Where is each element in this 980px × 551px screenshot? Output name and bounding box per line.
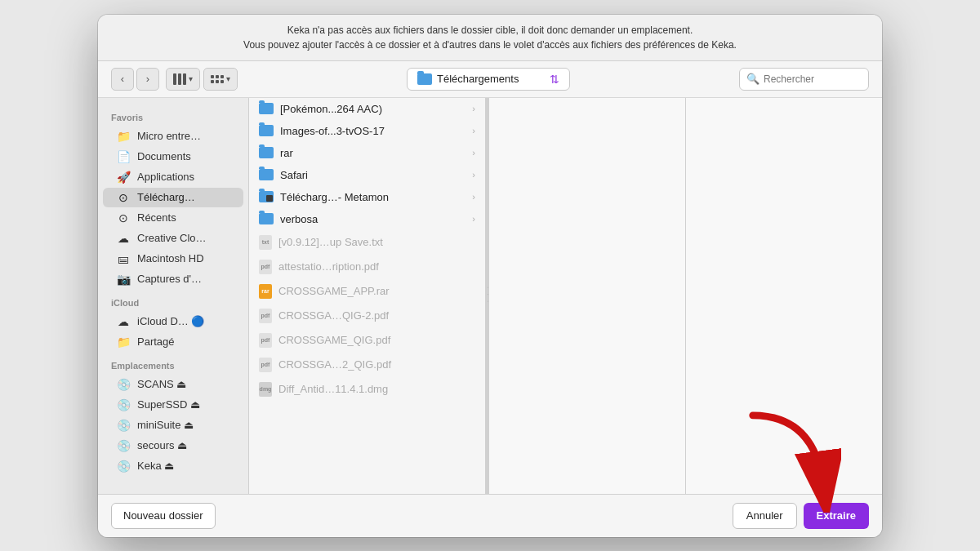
chevron-right-icon: › (472, 170, 475, 180)
cancel-button[interactable]: Annuler (733, 503, 797, 529)
location-bar: Téléchargements ⇅ (244, 68, 733, 91)
folder-icon (259, 147, 274, 158)
sidebar-item-telechargements[interactable]: ⊙ Télécharg… (103, 188, 243, 207)
file-name: CROSSGAME_APP.rar (278, 285, 475, 297)
chevron-right-icon: › (472, 148, 475, 158)
sidebar-item-label: iCloud D… 🔵 (137, 315, 204, 327)
bottom-bar: Nouveau dossier Annuler Extraire (98, 494, 882, 537)
sidebar-item-label: Documents (137, 150, 191, 162)
file-name: Télécharg…- Metamon (280, 191, 466, 203)
sidebar-item-recents[interactable]: ⊙ Récents (103, 208, 243, 228)
list-item[interactable]: Safari › (249, 164, 485, 186)
sidebar-item-label: Récents (137, 211, 176, 224)
txt-file-icon: txt (259, 235, 272, 250)
sidebar-item-label: Captures d'… (137, 273, 202, 285)
sidebar-item-documents[interactable]: 📄 Documents (103, 147, 243, 167)
new-folder-button[interactable]: Nouveau dossier (111, 503, 216, 529)
sidebar-item-label: Applications (137, 171, 194, 183)
list-item[interactable]: pdf CROSSGA…QIG-2.pdf (249, 304, 485, 328)
grid-view-icon (211, 75, 224, 83)
sidebar-item-macintosh-hd[interactable]: 🖴 Macintosh HD (103, 249, 243, 269)
sidebar-item-label: Macintosh HD (137, 252, 204, 264)
sidebar-item-icloud-drive[interactable]: ☁ iCloud D… 🔵 (103, 312, 243, 331)
location-label: Téléchargements (437, 73, 519, 85)
column-view-icon (173, 73, 186, 85)
list-item[interactable]: Images-of...3-tvOS-17 › (249, 120, 485, 142)
forward-button[interactable]: › (136, 68, 159, 91)
location-pill[interactable]: Téléchargements ⇅ (407, 68, 570, 91)
document-icon: 📄 (116, 150, 131, 163)
chevron-down-icon2: ▾ (226, 74, 230, 83)
file-area: [Pokémon...264 AAC) › Images-of...3-tvOS… (249, 98, 882, 494)
icloud-label: iCloud (98, 290, 248, 311)
download-icon: ⊙ (116, 191, 131, 204)
list-item[interactable]: rar › (249, 142, 485, 164)
chevron-down-icon: ▾ (189, 74, 193, 83)
sidebar-item-micro-entre[interactable]: 📁 Micro entre… (103, 127, 243, 146)
sidebar-item-superSSD[interactable]: 💿 SuperSSD ⏏ (103, 395, 243, 415)
file-name: [v0.9.12]…up Save.txt (278, 236, 475, 248)
list-item[interactable]: pdf CROSSGA…2_QIG.pdf (249, 353, 485, 377)
chevron-right-icon: › (472, 104, 475, 113)
extract-button[interactable]: Extraire (804, 503, 869, 529)
location-stepper-icon: ⇅ (550, 73, 559, 86)
sidebar-item-label: Télécharg… (137, 191, 195, 203)
file-name: rar (280, 147, 466, 159)
file-name: CROSSGA…QIG-2.pdf (278, 309, 475, 322)
emplacements-label: Emplacements (98, 353, 248, 374)
pdf-file-icon: pdf (259, 260, 272, 274)
cloud-icon: ☁ (116, 232, 131, 245)
message-bar: Keka n'a pas accès aux fichiers dans le … (98, 15, 882, 61)
list-item[interactable]: txt [v0.9.12]…up Save.txt (249, 230, 485, 255)
sidebar-item-keka[interactable]: 💿 Keka ⏏ (103, 456, 243, 476)
list-item[interactable]: [Pokémon...264 AAC) › (249, 98, 485, 120)
chevron-right-icon: › (472, 192, 475, 202)
file-name: Safari (280, 169, 466, 181)
list-item[interactable]: pdf CROSSGAME_QIG.pdf (249, 328, 485, 353)
folder-icon (259, 125, 274, 136)
sidebar-item-captures[interactable]: 📷 Captures d'… (103, 269, 243, 289)
view-buttons: ▾ ▾ (166, 68, 238, 91)
file-name: Diff_Antid…11.4.1.dmg (278, 383, 475, 395)
sidebar-item-secours[interactable]: 💿 secours ⏏ (103, 436, 243, 455)
captures-icon: 📷 (116, 273, 131, 286)
disk-icon: 💿 (116, 378, 131, 391)
disk-icon2: 💿 (116, 398, 131, 411)
location-folder-icon (417, 73, 432, 85)
pdf-file-icon: pdf (259, 333, 272, 348)
folder-icon (259, 169, 274, 180)
file-name: verbosa (280, 213, 466, 225)
sidebar: Favoris 📁 Micro entre… 📄 Documents 🚀 App… (98, 98, 249, 494)
preview-column-2 (685, 98, 882, 494)
grid-view-button[interactable]: ▾ (203, 68, 238, 91)
list-item[interactable]: rar CROSSGAME_APP.rar (249, 279, 485, 304)
search-box[interactable]: 🔍 (739, 68, 869, 91)
drive-icon: 🖴 (116, 252, 131, 265)
folder-icon (259, 103, 274, 114)
toolbar: ‹ › ▾ ▾ (98, 61, 882, 98)
search-input[interactable] (764, 73, 862, 85)
list-item[interactable]: dmg Diff_Antid…11.4.1.dmg (249, 377, 485, 402)
list-item[interactable]: pdf attestatio…ription.pdf (249, 255, 485, 279)
sidebar-item-label: Partagé (137, 335, 175, 348)
search-icon: 🔍 (746, 73, 760, 85)
sidebar-item-applications[interactable]: 🚀 Applications (103, 167, 243, 187)
pdf-file-icon: pdf (259, 309, 272, 323)
list-item[interactable]: verbosa › (249, 208, 485, 230)
sidebar-item-label: Creative Clo… (137, 232, 207, 244)
sidebar-section-icloud: iCloud ☁ iCloud D… 🔵 📁 Partagé (98, 290, 248, 352)
pdf-file-icon: pdf (259, 358, 272, 372)
sidebar-item-partage[interactable]: 📁 Partagé (103, 332, 243, 352)
main-content: Favoris 📁 Micro entre… 📄 Documents 🚀 App… (98, 98, 882, 494)
file-name: CROSSGA…2_QIG.pdf (278, 358, 475, 371)
column-view-button[interactable]: ▾ (166, 68, 200, 91)
back-button[interactable]: ‹ (111, 68, 134, 91)
sidebar-item-miniSuite[interactable]: 💿 miniSuite ⏏ (103, 415, 243, 435)
sidebar-item-label: Keka ⏏ (137, 460, 174, 472)
sidebar-item-creative-cloud[interactable]: ☁ Creative Clo… (103, 229, 243, 248)
location-pill-left: Téléchargements (417, 73, 519, 85)
sidebar-item-label: Micro entre… (137, 130, 201, 142)
sidebar-item-label: SCANS ⏏ (137, 378, 186, 390)
sidebar-item-scans[interactable]: 💿 SCANS ⏏ (103, 375, 243, 394)
list-item[interactable]: Télécharg…- Metamon › (249, 186, 485, 208)
